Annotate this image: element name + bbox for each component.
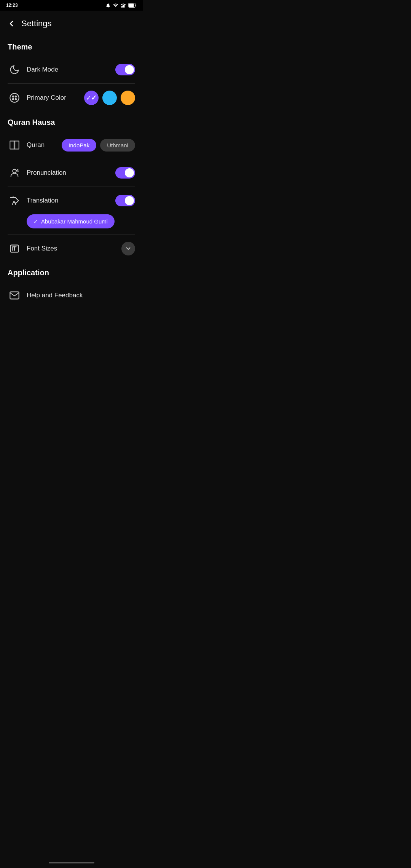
spacer [0,309,143,859]
status-bar: 12:23 [0,0,143,11]
dark-mode-label: Dark Mode [27,66,115,73]
translation-knob [125,196,134,205]
font-sizes-label: Font Sizes [27,245,121,252]
page-wrapper: 12:23 Settings Theme Dark Mode [0,0,143,868]
svg-point-8 [15,96,17,97]
header: Settings [0,11,143,37]
dark-mode-row[interactable]: Dark Mode [0,56,143,83]
translation-row[interactable]: Translation [0,187,143,214]
email-icon [9,290,20,301]
theme-section: Theme Dark Mode [0,37,143,112]
color-blue[interactable] [102,91,117,105]
quran-hausa-section: Quran Hausa Quran IndoPak Uthmani [0,112,143,262]
primary-color-label: Primary Color [27,94,84,102]
moon-icon [9,64,20,75]
back-button[interactable] [5,17,18,30]
quran-hausa-label: Quran Hausa [0,112,143,131]
svg-rect-1 [122,6,123,8]
home-indicator [0,859,143,868]
translation-label: Translation [27,197,115,204]
page-title: Settings [21,19,52,29]
svg-rect-3 [124,4,125,8]
status-time: 12:23 [6,3,18,8]
svg-point-13 [13,169,16,173]
uthmani-button[interactable]: Uthmani [100,139,135,152]
translation-toggle[interactable] [115,195,135,206]
signal-icon [121,3,126,8]
status-icons [105,3,137,8]
quran-row[interactable]: Quran IndoPak Uthmani [0,131,143,159]
dark-mode-icon-wrap [8,63,21,77]
application-section-label: Application [0,262,143,282]
svg-rect-5 [129,4,134,7]
wifi-icon [113,3,118,8]
translation-icon-wrap [8,194,21,207]
help-feedback-label: Help and Feedback [27,292,135,299]
pronunciation-row[interactable]: Pronunciation [0,159,143,187]
translation-icon [9,195,20,206]
help-feedback-icon-wrap [8,289,21,302]
theme-section-label: Theme [0,37,143,56]
pronunciation-label: Pronunciation [27,169,115,177]
chevron-down-icon [125,245,132,252]
pronunciation-icon [9,168,20,178]
primary-color-icon-wrap [8,91,21,105]
svg-point-7 [13,96,14,97]
color-orange[interactable] [121,91,135,105]
dark-mode-knob [125,65,134,74]
svg-point-10 [15,99,17,100]
indopak-button[interactable]: IndoPak [62,139,96,152]
svg-point-9 [13,99,14,100]
translation-chip-label: Abubakar Mahmoud Gumi [41,218,108,225]
check-icon: ✓ [33,219,38,225]
battery-icon [128,3,137,8]
home-bar [49,862,94,863]
color-options: ✓ [84,91,135,105]
font-sizes-row[interactable]: Font Sizes [0,235,143,262]
svg-rect-0 [121,6,122,8]
book-open-icon [9,140,20,150]
pronunciation-icon-wrap [8,166,21,180]
dark-mode-toggle[interactable] [115,64,135,75]
svg-point-6 [10,93,19,102]
pronunciation-toggle[interactable] [115,167,135,179]
font-size-icon [9,243,20,254]
translation-chip[interactable]: ✓ Abubakar Mahmoud Gumi [27,214,115,228]
notification-icon [105,3,111,8]
back-arrow-icon [7,19,16,28]
quran-label: Quran [27,141,62,149]
font-sizes-icon-wrap [8,242,21,255]
application-section: Application Help and Feedback [0,262,143,309]
color-purple[interactable]: ✓ [84,91,99,105]
quran-icon-wrap [8,138,21,152]
translation-selector-row: ✓ Abubakar Mahmoud Gumi [0,214,143,235]
help-feedback-row[interactable]: Help and Feedback [0,282,143,309]
script-options: IndoPak Uthmani [62,139,135,152]
primary-color-row[interactable]: Primary Color ✓ [0,84,143,112]
pronunciation-knob [125,168,134,177]
svg-rect-2 [123,5,124,8]
palette-icon [9,93,20,103]
font-sizes-dropdown-icon[interactable] [121,242,135,255]
